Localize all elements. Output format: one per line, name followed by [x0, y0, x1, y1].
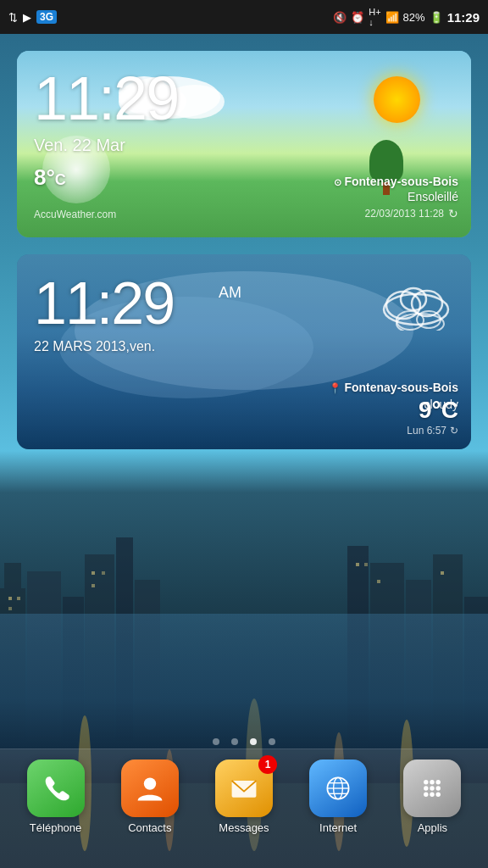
widget-clock-weather[interactable]: 11:29 Ven. 22 Mar 8°C ⊙ Fontenay-sous-Bo… — [17, 51, 471, 237]
battery-icon: 🔋 — [430, 11, 443, 24]
widget1-date: Ven. 22 Mar — [34, 136, 125, 155]
dock-item-contacts[interactable]: Contacts — [108, 760, 192, 834]
page-dot-0[interactable] — [213, 738, 219, 745]
widget2-temperature: 9°C — [419, 397, 458, 424]
svg-point-55 — [436, 793, 441, 797]
widget2-update-time: Lun 6:57 ↻ — [407, 425, 458, 437]
data-icon: H+↓ — [369, 7, 380, 27]
svg-rect-21 — [441, 571, 444, 575]
svg-point-52 — [436, 786, 441, 790]
svg-point-53 — [424, 793, 428, 797]
dock-item-phone[interactable]: Téléphone — [14, 760, 98, 834]
svg-rect-14 — [17, 597, 20, 600]
page-dot-3[interactable] — [269, 738, 275, 745]
messages-icon[interactable]: 1 — [215, 760, 273, 817]
page-dot-2[interactable] — [250, 738, 257, 745]
svg-point-49 — [436, 780, 441, 784]
svg-point-47 — [424, 780, 428, 784]
svg-rect-13 — [8, 607, 12, 610]
page-dots — [0, 738, 488, 745]
status-right-icons: 🔇 ⏰ H+↓ 📶 82% 🔋 11:29 — [333, 7, 480, 27]
widget2-location: 📍 Fontenay-sous-Bois — [329, 381, 458, 394]
widget1-provider: AccuWeather.com — [34, 209, 116, 220]
svg-rect-19 — [364, 563, 368, 566]
svg-point-40 — [144, 777, 156, 789]
widget1-update-time: 22/03/2013 11:28 ↻ — [365, 207, 458, 220]
messages-label: Messages — [219, 821, 269, 834]
usb-icon: ⇅ — [8, 11, 18, 24]
dock: Téléphone Contacts 1 Messages — [0, 749, 488, 868]
messages-badge: 1 — [258, 755, 277, 774]
svg-rect-18 — [356, 563, 359, 566]
widget-sun-icon — [374, 76, 420, 123]
widget2-date: 22 MARS 2013,ven. — [34, 339, 155, 354]
widget-clock2[interactable]: 11:29 AM 22 MARS 2013,ven. 📍 Fontenay-so… — [17, 254, 471, 449]
svg-rect-12 — [8, 597, 12, 600]
page-dot-1[interactable] — [231, 738, 238, 745]
svg-point-54 — [430, 793, 435, 797]
widget1-location: ⊙ Fontenay-sous-Bois — [334, 175, 458, 188]
mute-icon: 🔇 — [333, 11, 347, 24]
status-left-icons: ⇅ ▶ 3G — [8, 10, 57, 24]
widget1-time: 11:29 — [34, 64, 178, 133]
widget1-temperature: 8°C — [34, 164, 66, 191]
widget2-time: 11:29 — [34, 270, 174, 337]
contacts-label: Contacts — [128, 821, 171, 834]
signal-bars: 📶 — [385, 11, 399, 24]
widget2-cloud-icon — [378, 271, 454, 331]
battery-text: 82% — [403, 11, 425, 24]
widget2-ampm: AM — [219, 284, 241, 302]
applis-icon[interactable] — [403, 760, 461, 817]
widget1-refresh-icon[interactable]: ↻ — [448, 207, 458, 220]
dock-item-internet[interactable]: Internet — [296, 760, 380, 834]
play-icon: ▶ — [23, 11, 31, 24]
svg-rect-16 — [102, 571, 105, 575]
main-area: 11:29 Ven. 22 Mar 8°C ⊙ Fontenay-sous-Bo… — [0, 34, 488, 868]
alarm-icon: ⏰ — [351, 11, 364, 24]
svg-rect-1 — [4, 563, 21, 588]
svg-rect-15 — [92, 571, 95, 575]
widget1-condition: Ensoleillé — [408, 190, 458, 203]
svg-rect-17 — [92, 584, 95, 587]
internet-label: Internet — [319, 821, 357, 834]
svg-rect-20 — [377, 580, 380, 583]
network-badge: 3G — [36, 10, 57, 24]
contacts-icon[interactable] — [121, 760, 179, 817]
status-bar: ⇅ ▶ 3G 🔇 ⏰ H+↓ 📶 82% 🔋 11:29 — [0, 0, 488, 34]
applis-label: Applis — [418, 821, 447, 834]
phone-icon[interactable] — [27, 760, 85, 817]
dock-item-applis[interactable]: Applis — [390, 760, 474, 834]
svg-point-50 — [424, 786, 428, 790]
phone-label: Téléphone — [30, 821, 81, 834]
svg-point-48 — [430, 780, 435, 784]
internet-icon[interactable] — [309, 760, 367, 817]
widget2-refresh-icon[interactable]: ↻ — [450, 425, 458, 437]
dock-item-messages[interactable]: 1 Messages — [202, 760, 286, 834]
clock: 11:29 — [447, 10, 480, 25]
svg-point-51 — [430, 786, 435, 790]
